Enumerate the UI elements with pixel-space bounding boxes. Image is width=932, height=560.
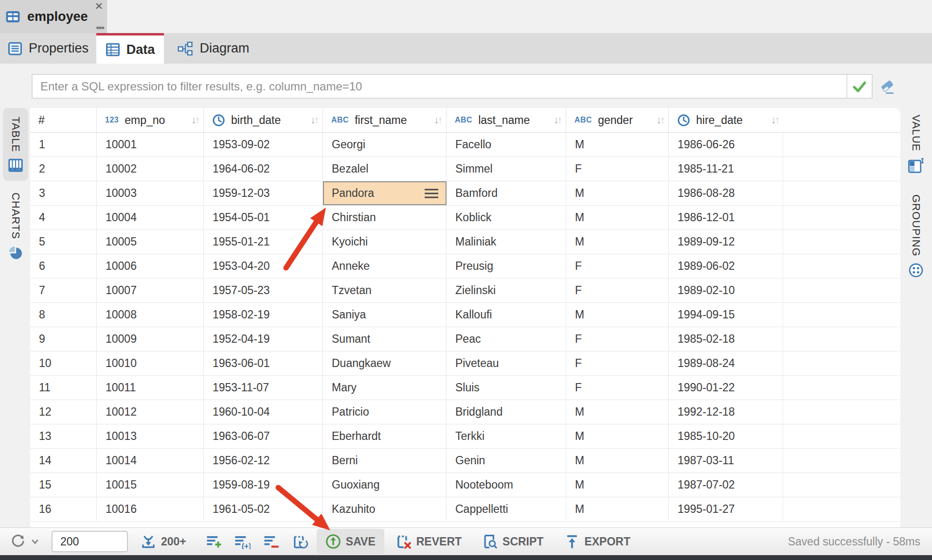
data-cell-first_name[interactable]: Sumant bbox=[323, 327, 447, 351]
data-cell-first_name[interactable]: Tzvetan bbox=[323, 279, 447, 302]
selected-cell[interactable]: Pandora bbox=[323, 181, 447, 205]
data-cell-gender[interactable]: M bbox=[566, 449, 669, 472]
data-cell-first_name[interactable]: Bezalel bbox=[323, 157, 447, 181]
tab-data[interactable]: Data bbox=[96, 33, 164, 64]
data-cell-last_name[interactable]: Maliniak bbox=[447, 230, 566, 254]
row-number-cell[interactable]: 1 bbox=[30, 133, 97, 157]
row-limit-input[interactable] bbox=[52, 531, 128, 552]
data-cell-first_name[interactable]: Duangkaew bbox=[323, 351, 447, 375]
data-cell-gender[interactable]: F bbox=[566, 254, 669, 278]
column-header-gender[interactable]: ABC gender ↓↑ bbox=[566, 108, 669, 132]
data-cell-gender[interactable]: M bbox=[566, 473, 669, 497]
data-cell-hire_date[interactable]: 1987-03-11 bbox=[669, 449, 783, 472]
sql-filter-input[interactable] bbox=[33, 75, 846, 98]
data-cell-last_name[interactable]: Nooteboom bbox=[447, 473, 566, 497]
data-cell-gender[interactable]: F bbox=[566, 376, 669, 400]
data-cell-first_name[interactable]: Eberhardt bbox=[323, 424, 447, 448]
data-cell-last_name[interactable]: Bamford bbox=[447, 181, 566, 205]
data-cell-first_name[interactable]: Guoxiang bbox=[323, 473, 447, 497]
data-cell-hire_date[interactable]: 1990-01-22 bbox=[669, 376, 783, 400]
column-header-rownum[interactable]: # bbox=[30, 108, 97, 132]
data-cell-hire_date[interactable]: 1989-02-10 bbox=[669, 279, 783, 302]
data-cell-emp_no[interactable]: 10015 bbox=[97, 473, 204, 497]
data-cell-first_name[interactable]: Kazuhito bbox=[323, 497, 447, 521]
data-cell-hire_date[interactable]: 1985-02-18 bbox=[669, 327, 783, 351]
fetch-next-button[interactable]: 200+ bbox=[141, 534, 186, 549]
data-cell-birth_date[interactable]: 1960-10-04 bbox=[204, 400, 323, 424]
data-cell-birth_date[interactable]: 1955-01-21 bbox=[204, 230, 323, 254]
data-cell-last_name[interactable]: Terkki bbox=[447, 424, 566, 448]
sort-icon[interactable]: ↓↑ bbox=[656, 114, 663, 126]
generate-mock-data-button[interactable] bbox=[292, 533, 309, 550]
clear-filter-button[interactable] bbox=[878, 77, 897, 96]
data-cell-last_name[interactable]: Bridgland bbox=[447, 400, 566, 424]
row-number-cell[interactable]: 2 bbox=[30, 157, 97, 181]
data-cell-birth_date[interactable]: 1963-06-07 bbox=[204, 424, 323, 448]
row-number-cell[interactable]: 12 bbox=[30, 400, 97, 424]
row-number-cell[interactable]: 14 bbox=[30, 449, 97, 472]
data-cell-birth_date[interactable]: 1958-02-19 bbox=[204, 303, 323, 327]
row-number-cell[interactable]: 3 bbox=[30, 181, 97, 205]
data-cell-hire_date[interactable]: 1992-12-18 bbox=[669, 400, 783, 424]
data-cell-last_name[interactable]: Genin bbox=[447, 449, 566, 472]
row-number-cell[interactable]: 8 bbox=[30, 303, 97, 327]
data-cell-birth_date[interactable]: 1956-02-12 bbox=[204, 449, 323, 472]
data-cell-hire_date[interactable]: 1986-06-26 bbox=[669, 133, 783, 157]
sort-icon[interactable]: ↓↑ bbox=[310, 114, 318, 126]
data-cell-emp_no[interactable]: 10011 bbox=[97, 376, 204, 400]
data-cell-gender[interactable]: M bbox=[566, 206, 669, 229]
data-cell-first_name[interactable]: Patricio bbox=[323, 400, 447, 424]
data-cell-emp_no[interactable]: 10004 bbox=[97, 206, 204, 229]
data-cell-emp_no[interactable]: 10012 bbox=[97, 400, 204, 424]
data-cell-gender[interactable]: M bbox=[566, 400, 669, 424]
data-cell-gender[interactable]: F bbox=[566, 327, 669, 351]
data-cell-hire_date[interactable]: 1989-09-12 bbox=[669, 230, 783, 254]
data-cell-birth_date[interactable]: 1953-11-07 bbox=[204, 376, 323, 400]
data-cell-birth_date[interactable]: 1953-04-20 bbox=[204, 254, 323, 278]
panel-tab-value[interactable]: VALUE bbox=[901, 110, 931, 179]
tab-diagram[interactable]: Diagram bbox=[164, 33, 263, 64]
data-cell-last_name[interactable]: Preusig bbox=[447, 254, 566, 278]
column-header-last_name[interactable]: ABC last_name ↓↑ bbox=[447, 108, 566, 132]
presentation-tab-table[interactable]: TABLE bbox=[3, 108, 28, 181]
data-cell-birth_date[interactable]: 1959-12-03 bbox=[204, 181, 323, 205]
data-cell-last_name[interactable]: Sluis bbox=[447, 376, 566, 400]
data-cell-first_name[interactable]: Saniya bbox=[323, 303, 447, 327]
data-cell-birth_date[interactable]: 1961-05-02 bbox=[204, 497, 323, 521]
data-cell-birth_date[interactable]: 1964-06-02 bbox=[204, 157, 323, 181]
sort-icon[interactable]: ↓↑ bbox=[191, 114, 198, 126]
row-number-cell[interactable]: 15 bbox=[30, 473, 97, 497]
delete-row-button[interactable] bbox=[263, 534, 280, 549]
data-cell-emp_no[interactable]: 10016 bbox=[97, 497, 204, 521]
data-cell-emp_no[interactable]: 10010 bbox=[97, 351, 204, 375]
data-cell-emp_no[interactable]: 10003 bbox=[97, 181, 204, 205]
data-cell-emp_no[interactable]: 10005 bbox=[97, 230, 204, 254]
row-number-cell[interactable]: 11 bbox=[30, 376, 97, 400]
sort-icon[interactable]: ↓↑ bbox=[554, 114, 561, 126]
column-header-birth_date[interactable]: birth_date ↓↑ bbox=[204, 108, 323, 132]
data-cell-last_name[interactable]: Simmel bbox=[447, 157, 566, 181]
data-cell-emp_no[interactable]: 10007 bbox=[97, 279, 204, 302]
tab-overflow-icon[interactable]: ••• bbox=[96, 23, 104, 32]
data-cell-first_name[interactable]: Berni bbox=[323, 449, 447, 472]
row-number-cell[interactable]: 6 bbox=[30, 254, 97, 278]
revert-button[interactable]: REVERT bbox=[396, 534, 462, 549]
data-cell-gender[interactable]: M bbox=[566, 303, 669, 327]
data-cell-emp_no[interactable]: 10013 bbox=[97, 424, 204, 448]
data-cell-hire_date[interactable]: 1989-08-24 bbox=[669, 351, 783, 375]
tab-properties[interactable]: Properties bbox=[0, 33, 96, 64]
editor-tab-employee[interactable]: employee ✕ ••• bbox=[0, 0, 107, 33]
export-button[interactable]: EXPORT bbox=[565, 534, 630, 549]
data-cell-hire_date[interactable]: 1985-11-21 bbox=[669, 157, 783, 181]
data-cell-hire_date[interactable]: 1994-09-15 bbox=[669, 303, 783, 327]
data-cell-emp_no[interactable]: 10008 bbox=[97, 303, 204, 327]
data-cell-gender[interactable]: M bbox=[566, 424, 669, 448]
data-cell-last_name[interactable]: Cappelletti bbox=[447, 497, 566, 521]
data-cell-birth_date[interactable]: 1954-05-01 bbox=[204, 206, 323, 229]
data-cell-hire_date[interactable]: 1986-08-28 bbox=[669, 181, 783, 205]
data-cell-first_name[interactable]: Georgi bbox=[323, 133, 447, 157]
data-cell-hire_date[interactable]: 1995-01-27 bbox=[669, 497, 783, 521]
data-cell-first_name[interactable]: Kyoichi bbox=[323, 230, 447, 254]
data-cell-emp_no[interactable]: 10006 bbox=[97, 254, 204, 278]
presentation-tab-charts[interactable]: CHARTS bbox=[3, 187, 28, 266]
